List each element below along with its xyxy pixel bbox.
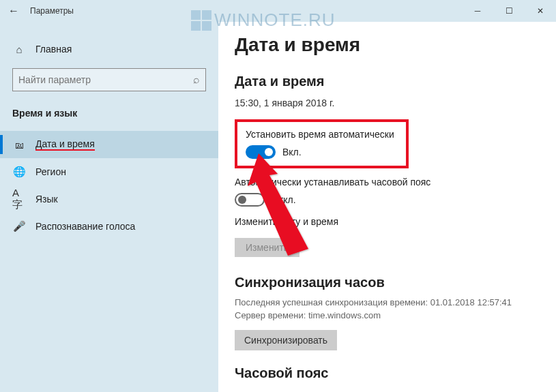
auto-tz-state: Откл. (272, 194, 296, 205)
auto-time-state: Вкл. (282, 147, 302, 157)
sidebar-item-language[interactable]: A字 Язык (0, 185, 218, 213)
page-title: Дата и время (235, 34, 540, 56)
sidebar: ⌂ Главная ⌕ Время и язык 🖭 Дата и время … (0, 22, 218, 392)
language-icon: A字 (12, 187, 26, 211)
sidebar-category: Время и язык (0, 104, 218, 131)
sidebar-item-label: Регион (35, 166, 66, 177)
sidebar-item-datetime[interactable]: 🖭 Дата и время (0, 131, 218, 158)
sidebar-home-label: Главная (35, 44, 72, 55)
search-icon: ⌕ (193, 74, 200, 86)
sync-server-line: Сервер времени: time.windows.com (235, 310, 540, 320)
globe-icon: 🌐 (12, 166, 26, 178)
current-datetime: 15:30, 1 января 2018 г. (235, 97, 540, 108)
window-controls: ─ ☐ ✕ (462, 0, 556, 22)
sync-last-line: Последняя успешная синхронизация времени… (235, 297, 540, 307)
auto-time-label: Установить время автоматически (246, 129, 398, 140)
search-box[interactable]: ⌕ (12, 68, 206, 91)
sidebar-item-label: Дата и время (35, 138, 95, 151)
sidebar-home[interactable]: ⌂ Главная (0, 35, 218, 63)
auto-tz-toggle[interactable]: Откл. (235, 193, 540, 207)
search-input[interactable] (18, 74, 193, 85)
titlebar: ← Параметры ─ ☐ ✕ (0, 0, 556, 22)
tz-heading: Часовой пояс (235, 365, 540, 381)
auto-tz-label: Автоматически устанавливать часовой пояс (235, 177, 540, 187)
section-heading: Дата и время (235, 74, 540, 89)
close-button[interactable]: ✕ (525, 0, 556, 22)
window-title: Параметры (30, 6, 74, 16)
microphone-icon: 🎤 (12, 220, 26, 232)
highlight-auto-time: Установить время автоматически Вкл. (235, 119, 409, 168)
sync-button[interactable]: Синхронизировать (235, 330, 337, 350)
sidebar-item-label: Язык (35, 194, 58, 205)
home-icon: ⌂ (12, 44, 26, 55)
back-button[interactable]: ← (0, 5, 27, 17)
auto-time-toggle[interactable]: Вкл. (246, 145, 398, 159)
sync-heading: Синхронизация часов (235, 275, 540, 290)
change-datetime-label: Изменить дату и время (235, 216, 540, 227)
datetime-icon: 🖭 (12, 139, 26, 151)
minimize-button[interactable]: ─ (462, 0, 493, 22)
maximize-button[interactable]: ☐ (493, 0, 525, 22)
sidebar-item-region[interactable]: 🌐 Регион (0, 158, 218, 185)
sidebar-item-speech[interactable]: 🎤 Распознавание голоса (0, 213, 218, 240)
change-button: Изменить (235, 238, 299, 257)
sidebar-item-label: Распознавание голоса (35, 221, 135, 232)
main-pane: Дата и время Дата и время 15:30, 1 январ… (218, 22, 556, 392)
